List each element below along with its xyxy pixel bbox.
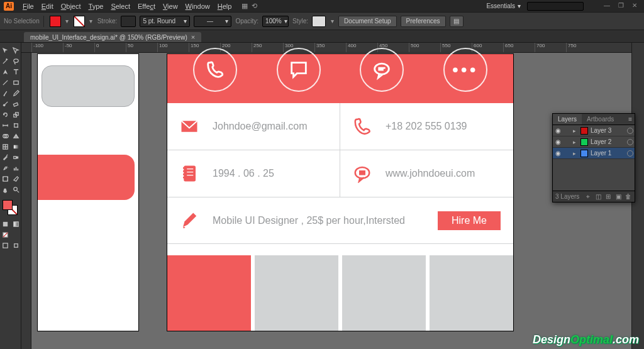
style-select[interactable] — [312, 16, 326, 27]
design-top-bar: ••• — [167, 54, 513, 103]
tool-artboard[interactable] — [0, 174, 11, 184]
tool-zoom[interactable] — [11, 184, 21, 195]
tool-symbol-sprayer[interactable] — [0, 163, 11, 174]
layer-row[interactable]: ◉ ▸ Layer 3 — [553, 125, 635, 136]
panel-menu-icon[interactable]: ≡ — [626, 114, 635, 125]
visibility-toggle[interactable]: ◉ — [554, 138, 562, 145]
layer-row[interactable]: ◉ ▸ Layer 1 — [553, 148, 635, 159]
tool-hand[interactable] — [0, 184, 11, 195]
fill-swatch[interactable] — [50, 16, 61, 27]
layer-name[interactable]: Layer 1 — [591, 150, 625, 157]
style-dropdown[interactable]: ▾ — [330, 16, 335, 27]
menu-type[interactable]: Type — [85, 1, 108, 11]
window-restore[interactable]: ❐ — [615, 2, 626, 11]
tool-perspective[interactable] — [11, 131, 21, 141]
document-setup-button[interactable]: Document Setup — [338, 16, 397, 27]
tool-shape-builder[interactable] — [0, 131, 11, 141]
tool-blob-brush[interactable] — [0, 99, 11, 109]
target-icon[interactable] — [627, 150, 633, 157]
close-icon[interactable]: × — [191, 33, 195, 41]
tool-scale[interactable] — [11, 109, 21, 120]
screenmode-normal[interactable] — [0, 240, 11, 251]
svg-rect-17 — [14, 169, 15, 171]
stroke-dropdown[interactable]: ▾ — [89, 16, 94, 27]
opacity-input[interactable]: 100%▾ — [262, 16, 289, 27]
menu-select[interactable]: Select — [107, 1, 134, 11]
stroke-weight-input[interactable] — [121, 16, 136, 27]
layer-name[interactable]: Layer 3 — [591, 127, 625, 134]
tool-free-transform[interactable] — [11, 120, 21, 131]
align-button[interactable]: ▤ — [450, 16, 464, 27]
target-icon[interactable] — [627, 139, 633, 145]
tile-3 — [342, 255, 426, 331]
chevron-down-icon: ▾ — [518, 3, 521, 9]
delete-layer-icon[interactable]: 🗑 — [625, 193, 632, 200]
fill-color-swatch[interactable] — [3, 200, 13, 210]
tool-type[interactable] — [11, 67, 21, 77]
design-red-block — [38, 155, 135, 200]
tool-rotate[interactable] — [0, 109, 11, 120]
tool-eyedropper[interactable] — [0, 152, 11, 163]
visibility-toggle[interactable]: ◉ — [554, 150, 562, 157]
new-layer-icon[interactable]: ▣ — [614, 193, 622, 200]
tool-pencil[interactable] — [11, 88, 21, 99]
menu-effect[interactable]: Effect — [134, 1, 159, 11]
tool-eraser[interactable] — [11, 99, 21, 109]
tool-blend[interactable] — [11, 152, 21, 163]
tool-lasso[interactable] — [11, 56, 21, 67]
menu-window[interactable]: Window — [182, 1, 214, 11]
locate-object-icon[interactable]: ⌖ — [584, 193, 592, 201]
tab-layers[interactable]: Layers — [553, 114, 582, 125]
window-minimize[interactable]: — — [601, 2, 613, 11]
tool-pen[interactable] — [0, 67, 11, 77]
tool-selection[interactable] — [0, 45, 11, 56]
document-tab[interactable]: mobile_UI_Interface_design.ai* @ 150% (R… — [24, 32, 201, 42]
canvas[interactable]: -100-500 50100150 200250300 350400450 50… — [21, 43, 631, 349]
tool-mesh[interactable] — [0, 141, 11, 152]
preferences-button[interactable]: Preferences — [401, 16, 446, 27]
menu-file[interactable]: File — [19, 1, 38, 11]
svg-rect-29 — [184, 166, 196, 182]
expand-toggle[interactable]: ▸ — [573, 139, 578, 145]
help-search-input[interactable] — [527, 2, 584, 11]
workspace-switcher[interactable]: Essentials▾ — [482, 2, 525, 10]
menu-help[interactable]: Help — [214, 1, 236, 11]
tool-gradient[interactable] — [11, 141, 21, 152]
fill-dropdown[interactable]: ▾ — [65, 16, 70, 27]
make-clip-icon[interactable]: ◫ — [594, 193, 602, 200]
stroke-profile-select[interactable]: 5 pt. Round▾ — [140, 16, 190, 27]
expand-toggle[interactable]: ▸ — [573, 128, 578, 134]
tool-direct-selection[interactable] — [11, 45, 21, 56]
layer-name[interactable]: Layer 2 — [591, 138, 625, 145]
tool-rectangle[interactable] — [11, 77, 21, 88]
sync-icon[interactable]: ⟲ — [252, 2, 257, 10]
layer-row[interactable]: ◉ ▸ Layer 2 — [553, 136, 635, 148]
colormode-none[interactable] — [0, 230, 11, 240]
target-icon[interactable] — [627, 128, 633, 134]
fill-stroke-swatches[interactable] — [0, 199, 21, 218]
layout-icon[interactable]: ▦ — [242, 2, 248, 10]
expand-toggle[interactable]: ▸ — [573, 150, 578, 157]
colormode-gradient[interactable] — [11, 219, 21, 230]
visibility-toggle[interactable]: ◉ — [554, 127, 562, 134]
tool-width[interactable] — [0, 120, 11, 131]
menu-object[interactable]: Object — [57, 1, 85, 11]
tab-artboards[interactable]: Artboards — [582, 114, 619, 125]
colormode-color[interactable] — [0, 219, 11, 230]
stroke-swatch[interactable] — [74, 16, 85, 27]
menu-view[interactable]: View — [159, 1, 182, 11]
drawmode-button[interactable] — [11, 240, 21, 251]
tool-magic-wand[interactable] — [0, 56, 11, 67]
style-label: Style: — [292, 18, 308, 25]
brush-select[interactable]: —▾ — [194, 16, 231, 27]
new-sublayer-icon[interactable]: ⊞ — [604, 193, 612, 200]
tool-line[interactable] — [0, 77, 11, 88]
window-close[interactable]: ✕ — [629, 2, 640, 11]
layers-panel[interactable]: Layers Artboards ≡ ◉ ▸ Layer 3 ◉ ▸ Layer… — [552, 113, 635, 202]
phone-icon — [353, 117, 372, 136]
tool-paintbrush[interactable] — [0, 88, 11, 99]
svg-rect-22 — [3, 222, 8, 226]
tool-column-graph[interactable] — [11, 163, 21, 174]
menu-edit[interactable]: Edit — [38, 1, 57, 11]
tool-slice[interactable] — [11, 174, 21, 184]
